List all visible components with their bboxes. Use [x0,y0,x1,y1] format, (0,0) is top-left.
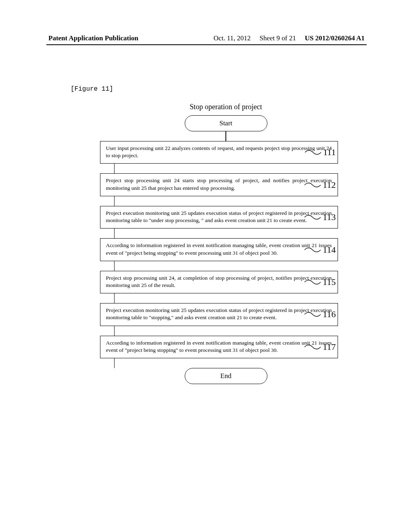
flow-step: Project stop processing unit 24 starts s… [62,173,338,196]
end-terminator: End [185,368,267,384]
flow-step-number: 116 [323,309,336,320]
flow-arrow [114,293,115,303]
header-right-group: Oct. 11, 2012 Sheet 9 of 21 US 2012/0260… [214,34,365,42]
end-label: End [220,372,231,380]
callout-line-icon [305,277,321,287]
flow-arrow [114,196,115,206]
flow-step: Project execution monitoring unit 25 upd… [62,206,338,229]
flow-arrow [114,164,115,173]
callout-line-icon [305,310,321,319]
flow-step-callout: 112 [305,180,336,190]
flow-step-callout: 116 [305,309,336,320]
chart-title: Stop operation of project [101,103,351,111]
publication-number: US 2012/0260264 A1 [305,34,365,42]
flow-step: User input processing unit 22 analyzes c… [62,141,338,164]
flow-step-number: 117 [323,342,336,352]
flow-step-callout: 117 [305,342,336,352]
start-terminator: Start [185,115,267,131]
callout-line-icon [305,342,321,352]
callout-line-icon [305,148,321,157]
flow-step: Project execution monitoring unit 25 upd… [62,303,338,326]
flow-arrow [225,131,226,141]
flow-step-callout: 113 [305,212,336,222]
flowchart-body: Start User input processing unit 22 anal… [48,115,351,384]
flowchart-diagram: Stop operation of project Start User inp… [48,103,351,384]
flow-step-box: Project stop processing unit 24 starts s… [100,173,338,196]
flow-step-callout: 114 [305,245,336,255]
page-header: Patent Application Publication Oct. 11, … [0,34,413,42]
flow-step-box: Project execution monitoring unit 25 upd… [100,303,338,326]
publication-label: Patent Application Publication [48,34,138,42]
callout-line-icon [305,180,321,190]
flow-step: Project stop processing unit 24, at comp… [62,271,338,293]
figure-label: [Figure 11] [71,85,113,93]
sheet-number: Sheet 9 of 21 [260,34,296,42]
flow-step-box: According to information registered in e… [100,336,338,358]
flow-step-number: 112 [323,180,336,190]
flow-step-callout: 111 [305,147,336,158]
header-rule [46,44,367,45]
flow-arrow [114,229,115,238]
start-label: Start [219,119,232,127]
callout-line-icon [305,212,321,222]
flow-arrow [114,261,115,271]
flow-step: According to information registered in e… [62,238,338,261]
flow-step-callout: 115 [305,277,336,287]
flow-step-box: According to information registered in e… [100,238,338,261]
flow-step-number: 111 [323,147,336,158]
flow-arrow [114,358,115,368]
publication-date: Oct. 11, 2012 [214,34,251,42]
callout-line-icon [305,245,321,255]
flow-step-number: 114 [323,245,336,255]
flow-step-number: 113 [323,212,336,222]
flow-step-number: 115 [323,277,336,287]
flow-step-box: User input processing unit 22 analyzes c… [100,141,338,164]
flow-step-box: Project stop processing unit 24, at comp… [100,271,338,293]
flow-step-box: Project execution monitoring unit 25 upd… [100,206,338,229]
flow-step: According to information registered in e… [62,336,338,358]
flow-arrow [114,326,115,336]
